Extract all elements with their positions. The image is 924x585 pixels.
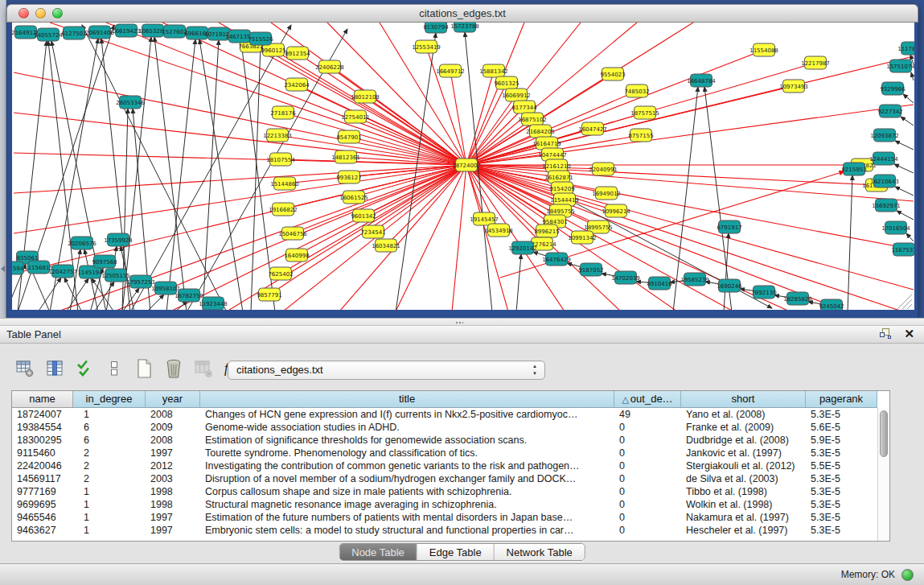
table-cell[interactable]: 1 bbox=[73, 485, 146, 498]
graph-node-selected[interactable]: 1640998 bbox=[284, 249, 309, 262]
left-panel-strip[interactable] bbox=[0, 0, 6, 318]
table-cell[interactable]: Franke et al. (2009) bbox=[681, 421, 806, 434]
table-cell[interactable]: 19384554 bbox=[12, 421, 73, 434]
graph-node-selected[interactable]: 16034821 bbox=[372, 239, 400, 252]
table-cell[interactable]: Estimation of the future numbers of pati… bbox=[200, 511, 614, 524]
graph-edge[interactable] bbox=[724, 233, 729, 310]
graph-edge[interactable] bbox=[894, 164, 914, 173]
table-cell[interactable]: Hescheler et al. (1997) bbox=[681, 524, 806, 537]
graph-node-selected[interactable]: 9601342 bbox=[351, 209, 376, 222]
table-row[interactable]: 969969511998Structural magnetic resonanc… bbox=[12, 498, 889, 511]
close-panel-icon[interactable]: ✕ bbox=[904, 328, 914, 340]
table-cell[interactable]: 6 bbox=[73, 434, 146, 447]
graph-edge[interactable] bbox=[895, 187, 914, 196]
graph-node[interactable]: 14055724 bbox=[34, 28, 63, 41]
table-cell[interactable]: 5.3E-5 bbox=[806, 472, 877, 485]
graph-node[interactable]: 9329966 bbox=[880, 82, 906, 95]
table-cell[interactable]: Nakamura et al. (1997) bbox=[681, 511, 806, 524]
graph-node[interactable]: 11178892 bbox=[897, 42, 914, 55]
table-cell[interactable]: 0 bbox=[614, 421, 681, 434]
graph-node-selected[interactable]: 19166822 bbox=[269, 203, 298, 216]
graph-node-selected[interactable]: 10991342 bbox=[568, 231, 597, 244]
table-cell[interactable]: 2012 bbox=[146, 459, 200, 472]
graph-node[interactable]: 15692971 bbox=[872, 199, 901, 212]
table-cell[interactable]: 1 bbox=[73, 408, 146, 421]
graph-edge[interactable] bbox=[14, 165, 466, 233]
table-cell[interactable]: 5.3E-5 bbox=[806, 408, 877, 421]
table-cell[interactable]: 5.3E-5 bbox=[806, 485, 877, 498]
table-cell[interactable]: 2008 bbox=[146, 408, 200, 421]
table-cell[interactable]: 0 bbox=[614, 524, 681, 537]
table-mode-button[interactable] bbox=[14, 358, 35, 379]
table-cell[interactable]: 1 bbox=[73, 498, 146, 511]
table-cell[interactable]: 5.3E-5 bbox=[806, 498, 877, 511]
graph-node[interactable]: 15751074 bbox=[886, 60, 914, 72]
table-cell[interactable]: 5.3E-5 bbox=[806, 524, 877, 537]
new-table-button[interactable] bbox=[133, 358, 154, 379]
table-cell[interactable]: 9463627 bbox=[12, 524, 73, 537]
graph-node[interactable]: 1527602 bbox=[162, 25, 187, 38]
clear-selection-button[interactable] bbox=[104, 358, 125, 379]
table-cell[interactable]: Genome-wide association studies in ADHD. bbox=[200, 421, 614, 434]
table-row[interactable]: 946554611997Estimation of the future num… bbox=[12, 511, 889, 524]
graph-edge[interactable] bbox=[565, 197, 772, 308]
table-row[interactable]: 977716911998Corpus callosum shape and si… bbox=[12, 485, 889, 498]
table-row[interactable]: 1872400712008Changes of HCN gene express… bbox=[12, 408, 889, 421]
graph-node-selected[interactable]: 16875102 bbox=[518, 113, 547, 126]
graph-node[interactable]: 16648784 bbox=[687, 74, 716, 87]
graph-edge[interactable] bbox=[355, 117, 466, 165]
graph-edge[interactable] bbox=[273, 50, 466, 165]
minimize-window-button[interactable] bbox=[35, 8, 46, 19]
show-columns-button[interactable] bbox=[44, 358, 65, 379]
graph-node-selected[interactable]: 18724007 bbox=[452, 159, 481, 171]
column-header-year[interactable]: year bbox=[146, 391, 200, 408]
column-header-short[interactable]: short bbox=[681, 391, 806, 408]
graph-node[interactable]: 9245042 bbox=[819, 299, 844, 310]
column-header-out_de[interactable]: △out_de… bbox=[614, 391, 681, 408]
graph-node-selected[interactable]: 11554088 bbox=[749, 43, 778, 56]
table-cell[interactable]: 9465546 bbox=[12, 511, 73, 524]
table-cell[interactable]: 2 bbox=[73, 472, 146, 485]
tab-edge-table[interactable]: Edge Table bbox=[417, 544, 495, 560]
graph-node[interactable]: 18285826 bbox=[783, 292, 812, 305]
graph-node-selected[interactable]: 22040991 bbox=[589, 163, 618, 175]
graph-node[interactable]: 20691406 bbox=[85, 26, 114, 39]
graph-node[interactable]: 1167533 bbox=[891, 243, 914, 256]
table-cell[interactable]: Jankovic et al. (1997) bbox=[681, 447, 806, 459]
graph-node-selected[interactable]: 12553419 bbox=[412, 40, 441, 53]
graph-node[interactable]: 8910416 bbox=[647, 277, 672, 290]
graph-node[interactable]: 7692130 bbox=[751, 286, 776, 299]
graph-edge[interactable] bbox=[339, 165, 466, 310]
graph-node-selected[interactable]: 2342064 bbox=[284, 78, 310, 91]
graph-node[interactable]: 16210643 bbox=[870, 175, 899, 187]
graph-node[interactable]: 391594 bbox=[12, 262, 24, 274]
table-cell[interactable]: 1998 bbox=[146, 485, 200, 498]
graph-edge[interactable] bbox=[199, 39, 243, 310]
graph-node[interactable]: 8215953 bbox=[841, 163, 866, 175]
graph-node-selected[interactable]: 10996214 bbox=[602, 204, 630, 217]
graph-node-selected[interactable]: 7485032 bbox=[624, 84, 649, 97]
table-cell[interactable]: 1 bbox=[73, 511, 146, 524]
graph-node-selected[interactable]: 12213383 bbox=[263, 129, 292, 142]
graph-node[interactable]: 12093872 bbox=[870, 129, 899, 142]
graph-node-selected[interactable]: 9554023 bbox=[600, 68, 625, 80]
table-cell[interactable]: 6 bbox=[73, 421, 146, 434]
network-graph[interactable]: 1872400776638229960125891235423420642718… bbox=[12, 23, 914, 310]
graph-node[interactable]: 9187052 bbox=[578, 263, 603, 276]
graph-node-selected[interactable]: 7625402 bbox=[268, 267, 293, 280]
table-cell[interactable]: 2 bbox=[73, 459, 146, 472]
table-cell[interactable]: 0 bbox=[614, 485, 681, 498]
graph-node[interactable]: 8130794 bbox=[423, 23, 449, 33]
canvas-resize-grip[interactable] bbox=[897, 295, 912, 309]
table-row[interactable]: 1456911722003Disruption of a novel membe… bbox=[12, 472, 889, 485]
tab-network-table[interactable]: Network Table bbox=[495, 544, 585, 560]
table-cell[interactable]: 0 bbox=[614, 447, 681, 459]
table-cell[interactable]: 2009 bbox=[146, 421, 200, 434]
table-cell[interactable]: 2003 bbox=[146, 472, 200, 485]
delete-table-button[interactable] bbox=[163, 358, 184, 379]
table-cell[interactable]: 22420046 bbox=[12, 459, 73, 472]
table-cell[interactable]: 5.3E-5 bbox=[806, 511, 877, 524]
table-row[interactable]: 1938455462009Genome-wide association stu… bbox=[12, 421, 889, 434]
graph-node-selected[interactable]: 14812361 bbox=[331, 150, 360, 163]
graph-node-selected[interactable]: 9857791 bbox=[257, 288, 281, 301]
